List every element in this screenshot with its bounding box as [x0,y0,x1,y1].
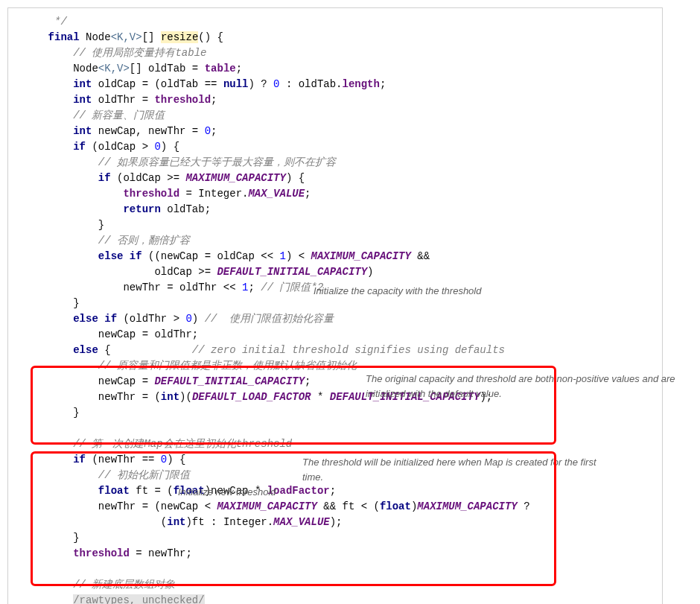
code-line: */ [54,16,67,28]
kw-final: final [48,31,80,43]
annotation-init-capacity: Initialize the capacity with the thresho… [314,284,634,299]
annotation-first-map: The threshold will be initialized here w… [302,455,615,484]
method-name: resize [161,31,198,43]
annotation-new-threshold: Initialize new threshold [178,485,401,500]
code-block: */ final Node<K,V>[] resize() { // 使用局部变… [7,7,663,604]
code-pre: */ final Node<K,V>[] resize() { // 使用局部变… [23,14,650,604]
annotation-defaults: The original capacity and threshold are … [366,372,678,401]
